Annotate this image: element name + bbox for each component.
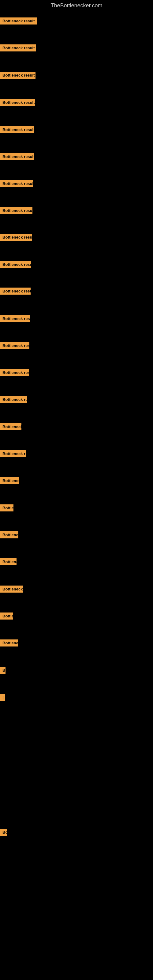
bottleneck-row: Bottleneck r [0,585,23,594]
bottleneck-row: Bottleneck result [0,99,35,107]
bottleneck-label-24[interactable]: Bottlenec [0,640,18,646]
bottleneck-label-26[interactable]: | [0,694,5,701]
bottleneck-row: Bottleneck result [0,45,36,52]
bottleneck-row: Bottlene [0,558,16,566]
bottleneck-label-3[interactable]: Bottleneck result [0,72,35,79]
bottleneck-row: Bottleneck result [0,72,35,80]
bottleneck-row: Bottle [0,612,13,621]
bottleneck-row: Bottleneck res [0,450,26,458]
bottleneck-row: Bottleneck result [0,342,29,350]
site-title: TheBottlenecker.com [0,0,153,11]
bottleneck-row: Bottleneck result [0,315,30,323]
bottleneck-row: Bottlenec [0,477,19,485]
bottleneck-row: Bottleneck [0,423,21,431]
bottleneck-label-8[interactable]: Bottleneck result [0,207,32,214]
bottleneck-label-13[interactable]: Bottleneck result [0,342,29,349]
bottleneck-label-11[interactable]: Bottleneck result [0,288,30,294]
bottleneck-label-4[interactable]: Bottleneck result [0,99,35,106]
bottleneck-row: Bo [0,829,7,837]
bottleneck-row: Bottleneck result [0,126,34,134]
bottleneck-label-27[interactable]: Bo [0,829,7,836]
bottleneck-label-6[interactable]: Bottleneck result [0,153,33,160]
bottleneck-row: Bottleneck result [0,207,32,215]
bottleneck-label-17[interactable]: Bottleneck res [0,450,26,457]
bottleneck-label-10[interactable]: Bottleneck result [0,261,31,268]
bottleneck-label-25[interactable]: B [0,667,5,674]
bottleneck-row: Bottlenec [0,531,18,539]
bottleneck-label-18[interactable]: Bottlenec [0,477,19,484]
bottleneck-label-9[interactable]: Bottleneck result [0,234,32,241]
bottleneck-row: Bottleneck result [0,288,30,296]
bottleneck-label-21[interactable]: Bottlene [0,558,16,565]
bottleneck-label-23[interactable]: Bottle [0,612,13,620]
bottleneck-row: Bottleneck result [0,153,33,161]
bottleneck-label-15[interactable]: Bottleneck resu [0,396,27,403]
bottleneck-row: | [0,694,5,702]
bottleneck-label-2[interactable]: Bottleneck result [0,45,36,51]
bottleneck-label-12[interactable]: Bottleneck result [0,315,30,322]
bottleneck-label-22[interactable]: Bottleneck r [0,585,23,593]
bottleneck-label-14[interactable]: Bottleneck result [0,369,29,376]
bottleneck-row: Bottleneck resu [0,396,27,404]
bottleneck-row: B [0,667,5,675]
bottleneck-row: Bottleneck result [0,261,31,269]
bottleneck-label-16[interactable]: Bottleneck [0,423,21,430]
bottleneck-row: Bottle [0,504,13,513]
bottleneck-row: Bottleneck result [0,234,32,242]
bottleneck-row: Bottleneck result [0,369,29,377]
bottleneck-label-5[interactable]: Bottleneck result [0,126,34,133]
bottleneck-row: Bottleneck result [0,180,33,188]
bottleneck-label-19[interactable]: Bottle [0,504,13,511]
bottleneck-row: Bottleneck result [0,18,37,26]
bottleneck-row: Bottlenec [0,640,18,648]
bottleneck-label-1[interactable]: Bottleneck result [0,18,37,24]
bottleneck-label-7[interactable]: Bottleneck result [0,180,33,187]
bottleneck-label-20[interactable]: Bottlenec [0,531,18,538]
